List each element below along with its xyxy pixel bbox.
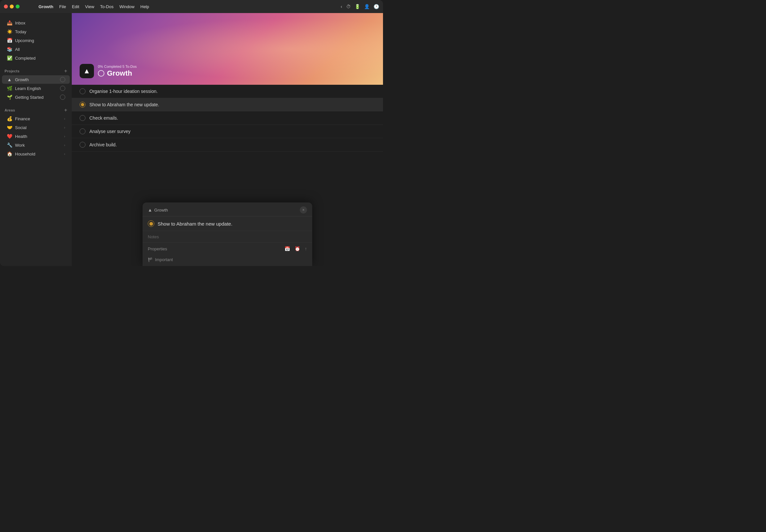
sidebar-area-finance[interactable]: 💰 Finance › bbox=[2, 114, 70, 123]
notes-placeholder: Notes bbox=[148, 234, 159, 239]
important-label: Important bbox=[155, 257, 173, 262]
main-content: ▲ 0% Completed 5 To-Dos Growth Organise … bbox=[72, 13, 383, 266]
back-icon[interactable]: ‹ bbox=[341, 4, 342, 9]
sidebar-item-upcoming[interactable]: 📅 Upcoming bbox=[2, 36, 70, 45]
project-header-icon: ▲ bbox=[80, 64, 94, 78]
social-label: Social bbox=[15, 125, 61, 130]
getting-started-icon: 🌱 bbox=[7, 95, 12, 100]
task-checkbox-4[interactable] bbox=[80, 128, 85, 134]
project-meta: 0% Completed 5 To-Dos bbox=[98, 65, 137, 68]
detail-panel-notes[interactable]: Notes bbox=[142, 231, 312, 243]
finance-label: Finance bbox=[15, 116, 61, 121]
task-item-5[interactable]: Archive build. bbox=[72, 138, 383, 152]
timer-icon[interactable]: ⏱ bbox=[346, 4, 351, 9]
add-project-button[interactable]: + bbox=[64, 68, 67, 74]
accounts-icon[interactable]: 👤 bbox=[364, 4, 370, 9]
minimize-window-button[interactable] bbox=[10, 5, 14, 8]
work-icon: 🔧 bbox=[7, 142, 12, 148]
task-item-3[interactable]: Check emails. bbox=[72, 111, 383, 125]
work-label: Work bbox=[15, 143, 61, 148]
sidebar-area-social[interactable]: 🤝 Social › bbox=[2, 123, 70, 132]
help-menu[interactable]: Help bbox=[140, 4, 149, 9]
close-window-button[interactable] bbox=[4, 5, 8, 8]
household-icon: 🏠 bbox=[7, 151, 12, 156]
detail-task-checkbox[interactable] bbox=[148, 220, 154, 227]
sidebar: 📥 Inbox ☀️ Today 📅 Upcoming 📚 All ✅ Comp… bbox=[0, 13, 72, 266]
titlebar: Growth File Edit View To-Dos Window Help… bbox=[0, 0, 383, 13]
property-action-icons: 📅 ⏰ ↑ bbox=[285, 246, 307, 251]
detail-panel-task: Show to Abraham the new update. bbox=[142, 216, 312, 231]
sidebar-item-completed-label: Completed bbox=[15, 56, 36, 61]
learn-english-circle bbox=[60, 86, 65, 91]
task-checkbox-5[interactable] bbox=[80, 142, 85, 148]
completed-icon: ✅ bbox=[7, 55, 12, 61]
app-container: 📥 Inbox ☀️ Today 📅 Upcoming 📚 All ✅ Comp… bbox=[0, 13, 383, 266]
detail-panel-important: 🏴 Important bbox=[142, 255, 312, 266]
health-icon: ❤️ bbox=[7, 134, 12, 139]
sidebar-nav-section: 📥 Inbox ☀️ Today 📅 Upcoming 📚 All ✅ Comp… bbox=[0, 18, 72, 63]
detail-panel-close-button[interactable]: × bbox=[300, 206, 307, 214]
app-name-menu[interactable]: Growth bbox=[38, 4, 53, 9]
projects-section-header: Projects + bbox=[0, 65, 72, 75]
task-text-5: Archive build. bbox=[89, 142, 375, 147]
sidebar-item-inbox[interactable]: 📥 Inbox bbox=[2, 19, 70, 27]
sidebar-project-growth[interactable]: ▲ Growth bbox=[2, 75, 70, 84]
sidebar-area-work[interactable]: 🔧 Work › bbox=[2, 141, 70, 149]
social-chevron-icon: › bbox=[64, 126, 65, 129]
today-icon: ☀️ bbox=[7, 29, 12, 34]
getting-started-circle bbox=[60, 95, 65, 100]
view-menu[interactable]: View bbox=[85, 4, 94, 9]
file-menu[interactable]: File bbox=[59, 4, 66, 9]
task-checkbox-2[interactable] bbox=[80, 102, 85, 108]
task-item-1[interactable]: Organise 1-hour ideation session. bbox=[72, 85, 383, 98]
social-icon: 🤝 bbox=[7, 125, 12, 130]
todos-menu[interactable]: To-Dos bbox=[100, 4, 113, 9]
task-item-4[interactable]: Analyse user survey bbox=[72, 125, 383, 138]
household-label: Household bbox=[15, 152, 61, 156]
detail-task-text: Show to Abraham the new update. bbox=[157, 221, 232, 227]
finance-icon: 💰 bbox=[7, 116, 12, 121]
task-text-2: Show to Abraham the new update. bbox=[89, 102, 375, 107]
project-header-info: 0% Completed 5 To-Dos Growth bbox=[98, 65, 137, 78]
task-item-2[interactable]: Show to Abraham the new update. bbox=[72, 98, 383, 111]
titlebar-right: ‹ ⏱ 🔋 👤 🕐 bbox=[341, 4, 379, 9]
detail-panel-project: ▲ Growth bbox=[148, 207, 168, 213]
window-menu[interactable]: Window bbox=[119, 4, 134, 9]
sidebar-area-household[interactable]: 🏠 Household › bbox=[2, 150, 70, 158]
edit-menu[interactable]: Edit bbox=[72, 4, 79, 9]
flag-icon: 🏴 bbox=[148, 257, 153, 262]
sidebar-projects-section: Projects + ▲ Growth 🌿 Learn English 🌱 Ge… bbox=[0, 65, 72, 102]
growth-project-label: Growth bbox=[15, 77, 57, 82]
sidebar-item-completed[interactable]: ✅ Completed bbox=[2, 54, 70, 62]
properties-label: Properties bbox=[148, 246, 167, 251]
project-title-circle bbox=[98, 70, 104, 77]
window-controls[interactable] bbox=[4, 5, 20, 8]
learn-english-label: Learn English bbox=[15, 86, 57, 91]
growth-project-circle bbox=[60, 77, 65, 82]
task-text-1: Organise 1-hour ideation session. bbox=[89, 89, 375, 94]
hero-banner: ▲ 0% Completed 5 To-Dos Growth bbox=[72, 13, 383, 85]
inbox-icon: 📥 bbox=[7, 20, 12, 25]
sidebar-item-upcoming-label: Upcoming bbox=[15, 38, 34, 43]
move-icon[interactable]: ↑ bbox=[305, 246, 307, 251]
task-text-3: Check emails. bbox=[89, 115, 375, 121]
sidebar-item-all[interactable]: 📚 All bbox=[2, 45, 70, 53]
sidebar-project-getting-started[interactable]: 🌱 Getting Started bbox=[2, 93, 70, 101]
sidebar-item-today[interactable]: ☀️ Today bbox=[2, 27, 70, 36]
add-area-button[interactable]: + bbox=[64, 108, 67, 113]
calendar-icon[interactable]: 📅 bbox=[285, 246, 290, 251]
battery-icon: 🔋 bbox=[355, 4, 360, 9]
detail-project-icon: ▲ bbox=[148, 207, 152, 213]
task-checkbox-1[interactable] bbox=[80, 88, 85, 94]
detail-panel-header: ▲ Growth × bbox=[142, 202, 312, 216]
task-checkbox-3[interactable] bbox=[80, 115, 85, 121]
projects-label: Projects bbox=[5, 69, 20, 73]
sidebar-area-health[interactable]: ❤️ Health › bbox=[2, 132, 70, 140]
reminder-icon[interactable]: ⏰ bbox=[295, 246, 300, 251]
detail-project-name: Growth bbox=[154, 208, 168, 213]
project-title-name: Growth bbox=[107, 69, 132, 78]
sidebar-project-learn-english[interactable]: 🌿 Learn English bbox=[2, 84, 70, 93]
areas-label: Areas bbox=[5, 108, 15, 112]
fullscreen-window-button[interactable] bbox=[16, 5, 20, 8]
health-label: Health bbox=[15, 134, 61, 139]
